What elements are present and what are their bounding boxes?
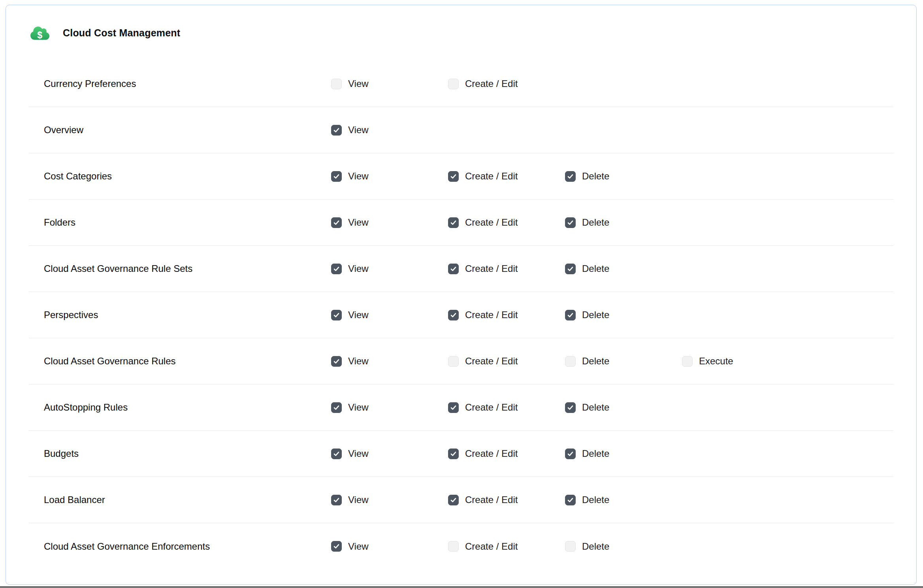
permission-cell: Delete bbox=[565, 494, 682, 505]
checkbox-view[interactable] bbox=[331, 217, 342, 228]
checkbox-view[interactable] bbox=[331, 449, 342, 459]
permission-label: Delete bbox=[582, 494, 609, 505]
permission-label: View bbox=[348, 402, 369, 413]
permission-cell: Create / Edit bbox=[448, 541, 565, 552]
checkbox-view[interactable] bbox=[331, 125, 342, 136]
permission-cell: Create / Edit bbox=[448, 171, 565, 182]
checkbox-delete[interactable] bbox=[565, 217, 576, 228]
permission-label: Delete bbox=[582, 309, 609, 320]
permission-row: FoldersViewCreate / EditDelete bbox=[29, 200, 893, 246]
permission-label: View bbox=[348, 217, 369, 228]
checkbox-create-edit[interactable] bbox=[448, 79, 459, 89]
permission-label: Execute bbox=[699, 356, 733, 367]
permission-cell: Delete bbox=[565, 171, 682, 182]
permission-cell: View bbox=[331, 402, 448, 413]
checkbox-create-edit[interactable] bbox=[448, 217, 459, 228]
checkbox-create-edit[interactable] bbox=[448, 356, 459, 367]
checkbox-view[interactable] bbox=[331, 171, 342, 182]
checkbox-create-edit[interactable] bbox=[448, 541, 459, 552]
permission-cell: Create / Edit bbox=[448, 217, 565, 228]
permission-cell: Execute bbox=[682, 356, 893, 367]
permission-row: BudgetsViewCreate / EditDelete bbox=[29, 431, 893, 477]
permission-cell: View bbox=[331, 356, 448, 367]
permission-row: Cloud Asset Governance EnforcementsViewC… bbox=[29, 523, 893, 569]
permission-cell: Create / Edit bbox=[448, 78, 565, 89]
permission-label: View bbox=[348, 263, 369, 274]
permission-label: Create / Edit bbox=[465, 356, 518, 367]
checkbox-create-edit[interactable] bbox=[448, 310, 459, 320]
checkbox-delete[interactable] bbox=[565, 495, 576, 505]
checkbox-create-edit[interactable] bbox=[448, 449, 459, 459]
checkbox-delete[interactable] bbox=[565, 541, 576, 552]
checkbox-view[interactable] bbox=[331, 402, 342, 413]
permission-label: Create / Edit bbox=[465, 494, 518, 505]
permission-cell: Delete bbox=[565, 448, 682, 459]
checkbox-execute[interactable] bbox=[682, 356, 693, 367]
permission-cell: Create / Edit bbox=[448, 494, 565, 505]
resource-label: Overview bbox=[44, 124, 331, 136]
permission-cell: Delete bbox=[565, 541, 682, 552]
checkbox-create-edit[interactable] bbox=[448, 402, 459, 413]
checkbox-view[interactable] bbox=[331, 310, 342, 320]
cloud-dollar-icon: $ bbox=[30, 24, 49, 43]
permission-cell: Create / Edit bbox=[448, 309, 565, 320]
permission-label: Create / Edit bbox=[465, 448, 518, 459]
permission-row: PerspectivesViewCreate / EditDelete bbox=[29, 292, 893, 338]
permission-label: Create / Edit bbox=[465, 402, 518, 413]
permission-row: OverviewView bbox=[29, 107, 893, 153]
permission-row: Cost CategoriesViewCreate / EditDelete bbox=[29, 153, 893, 200]
checkbox-delete[interactable] bbox=[565, 356, 576, 367]
resource-label: Folders bbox=[44, 217, 331, 228]
checkbox-create-edit[interactable] bbox=[448, 495, 459, 505]
resource-label: Cloud Asset Governance Rules bbox=[44, 356, 331, 367]
permission-cell: View bbox=[331, 124, 448, 136]
permission-cell: Delete bbox=[565, 217, 682, 228]
permission-row: Cloud Asset Governance RulesViewCreate /… bbox=[29, 338, 893, 384]
checkbox-view[interactable] bbox=[331, 79, 342, 89]
checkbox-create-edit[interactable] bbox=[448, 171, 459, 182]
permission-label: View bbox=[348, 171, 369, 182]
permission-label: View bbox=[348, 448, 369, 459]
resource-label: Cloud Asset Governance Rule Sets bbox=[44, 263, 331, 274]
resource-label: Cloud Asset Governance Enforcements bbox=[44, 541, 331, 552]
permission-label: Delete bbox=[582, 356, 609, 367]
checkbox-delete[interactable] bbox=[565, 310, 576, 320]
permission-label: Delete bbox=[582, 171, 609, 182]
permission-cell: Delete bbox=[565, 309, 682, 320]
permission-cell: Create / Edit bbox=[448, 263, 565, 274]
permission-cell: View bbox=[331, 217, 448, 228]
checkbox-view[interactable] bbox=[331, 356, 342, 367]
permission-cell: View bbox=[331, 448, 448, 459]
permission-label: Delete bbox=[582, 541, 609, 552]
permission-label: Create / Edit bbox=[465, 263, 518, 274]
checkbox-delete[interactable] bbox=[565, 449, 576, 459]
checkbox-delete[interactable] bbox=[565, 264, 576, 274]
permission-label: View bbox=[348, 494, 369, 505]
svg-text:$: $ bbox=[37, 30, 42, 40]
permission-cell: Create / Edit bbox=[448, 448, 565, 459]
permission-label: View bbox=[348, 541, 369, 552]
permission-label: Create / Edit bbox=[465, 171, 518, 182]
permission-label: Create / Edit bbox=[465, 309, 518, 320]
checkbox-delete[interactable] bbox=[565, 402, 576, 413]
permission-cell: Delete bbox=[565, 263, 682, 274]
permission-row: Currency PreferencesViewCreate / Edit bbox=[29, 61, 893, 107]
permission-label: Create / Edit bbox=[465, 217, 518, 228]
permission-label: Delete bbox=[582, 263, 609, 274]
permission-cell: View bbox=[331, 78, 448, 89]
checkbox-delete[interactable] bbox=[565, 171, 576, 182]
permission-label: View bbox=[348, 309, 369, 320]
permission-label: Create / Edit bbox=[465, 541, 518, 552]
permission-label: Create / Edit bbox=[465, 78, 518, 89]
permission-cell: View bbox=[331, 263, 448, 274]
checkbox-view[interactable] bbox=[331, 541, 342, 552]
permission-rows: Currency PreferencesViewCreate / EditOve… bbox=[29, 61, 893, 569]
permission-label: View bbox=[348, 124, 369, 136]
checkbox-create-edit[interactable] bbox=[448, 264, 459, 274]
resource-label: Perspectives bbox=[44, 309, 331, 320]
permission-cell: Delete bbox=[565, 356, 682, 367]
checkbox-view[interactable] bbox=[331, 264, 342, 274]
checkbox-view[interactable] bbox=[331, 495, 342, 505]
permission-label: View bbox=[348, 78, 369, 89]
permission-cell: View bbox=[331, 541, 448, 552]
